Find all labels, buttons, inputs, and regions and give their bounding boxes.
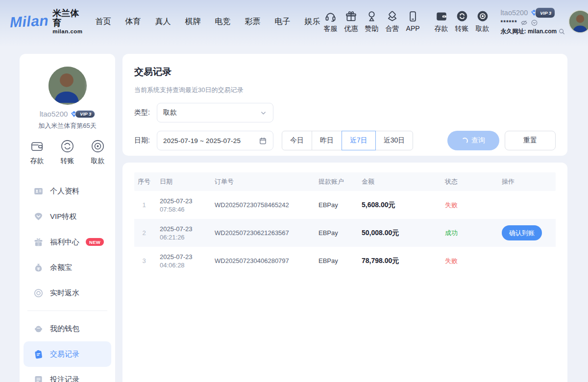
profile-vip-text: VIP 3 (75, 110, 95, 118)
promotions-link[interactable]: 优惠 (341, 10, 362, 33)
table-body: 1 2025-07-23 07:58:46 WD2025072307584652… (134, 191, 556, 275)
row-date: 2025-07-23 04:06:28 (154, 253, 209, 269)
sidebar: ltao5200 VIP 3 加入米兰体育第65天 存款 转账 取款 (20, 54, 115, 382)
sidebar-item-wallet[interactable]: 我的钱包 (24, 316, 111, 341)
page-title: 交易记录 (134, 66, 556, 78)
range-last30days-button[interactable]: 近30日 (375, 131, 414, 150)
sponsorship-link[interactable]: 赞助 (362, 10, 382, 33)
col-date: 日期 (154, 177, 209, 186)
range-today-button[interactable]: 今日 (282, 131, 312, 150)
chevron-down-icon (260, 109, 267, 117)
nav-item-slots[interactable]: 电子 (275, 17, 291, 27)
deposit-icon (29, 139, 45, 154)
transfer-link[interactable]: 转账 (452, 10, 472, 33)
row-withdraw-account: EBPay (313, 257, 356, 264)
trophy-icon (366, 10, 378, 23)
status-text: 成功 (439, 229, 496, 238)
logo-script-text: Milan (9, 13, 49, 30)
row-amount: 50,008.00元 (356, 229, 439, 238)
date-label: 日期: (134, 136, 157, 145)
nav-item-sports[interactable]: 体育 (125, 17, 141, 27)
new-badge: NEW (86, 238, 104, 246)
withdraw-icon (476, 10, 489, 23)
partnership-icon (386, 10, 398, 23)
sidebar-item-bets[interactable]: 投注记录 (24, 367, 111, 382)
header-avatar[interactable] (568, 10, 588, 33)
quick-links: 客服 优惠 赞助 合营 (320, 10, 423, 33)
menu-divider (27, 310, 107, 311)
headset-icon (324, 10, 337, 23)
range-last7days-button[interactable]: 近7日 (342, 131, 376, 150)
col-action: 操作 (496, 177, 556, 186)
sidebar-transfer-button[interactable]: 转账 (60, 139, 75, 166)
profile-avatar-image (49, 67, 85, 103)
row-index: 2 (134, 229, 154, 237)
customer-service-link[interactable]: 客服 (320, 10, 341, 33)
refresh-balance-icon[interactable] (531, 19, 538, 26)
sidebar-deposit-button[interactable]: 存款 (29, 139, 45, 166)
masked-balance-text: ****** (501, 19, 517, 27)
row-withdraw-account: EBPay (313, 201, 356, 209)
nav-item-esports[interactable]: 电竞 (215, 17, 231, 27)
row-order-number: WD202507230758465242 (209, 201, 313, 209)
reset-button[interactable]: 重置 (505, 131, 556, 150)
table-row: 3 2025-07-23 04:06:28 WD2025072304062807… (134, 247, 556, 275)
rebate-icon (33, 288, 44, 298)
deposit-link[interactable]: 存款 (431, 10, 452, 33)
withdraw-icon-link[interactable]: 取款 (472, 10, 493, 33)
type-select[interactable]: 取款 (157, 103, 273, 122)
phone-icon (407, 10, 419, 23)
nav-item-live[interactable]: 真人 (155, 17, 171, 27)
transfer-icon (60, 139, 75, 154)
app-download-link[interactable]: APP (403, 10, 423, 33)
quick-range-group: 今日 昨日 近7日 近30日 (282, 131, 413, 150)
loading-spinner-icon (462, 138, 468, 144)
col-status: 状态 (439, 177, 496, 186)
row-date: 2025-07-23 07:58:46 (154, 197, 209, 213)
date-filter-row: 日期: 2025-07-19 ~ 2025-07-25 今日 昨日 近7日 近3… (134, 131, 556, 150)
header-right: 客服 优惠 赞助 合营 (320, 7, 588, 36)
row-withdraw-account: EBPay (313, 229, 356, 237)
query-button[interactable]: 查询 (447, 131, 499, 150)
wallet-icon (435, 10, 448, 23)
row-date: 2025-07-23 06:21:26 (154, 225, 209, 241)
type-select-value: 取款 (163, 108, 260, 117)
row-index: 1 (134, 201, 154, 209)
profile-avatar[interactable] (49, 67, 87, 105)
nav-item-entertainment[interactable]: 娱乐 (305, 17, 320, 27)
logo-cn-text: 米兰体育 (52, 9, 82, 28)
table-row: 1 2025-07-23 07:58:46 WD2025072307584652… (134, 191, 556, 219)
sidebar-item-rebate[interactable]: 实时返水 (24, 280, 111, 306)
brand-logo[interactable]: Milan 米兰体育 milan.com (10, 9, 83, 34)
table-row: 2 2025-07-23 06:21:26 WD2025072306212635… (134, 219, 556, 247)
sidebar-withdraw-button[interactable]: 取款 (90, 139, 105, 166)
top-header: Milan 米兰体育 milan.com 首页 体育 真人 棋牌 电竞 彩票 电… (0, 0, 588, 47)
id-card-icon (33, 186, 44, 196)
sidebar-item-profile[interactable]: 个人资料 (24, 178, 111, 204)
nav-item-lottery[interactable]: 彩票 (245, 17, 261, 27)
gift-icon (345, 10, 357, 23)
sidebar-item-vip[interactable]: VIP特权 (24, 204, 111, 229)
sidebar-item-benefits[interactable]: 福利中心 NEW (24, 229, 111, 255)
profile-vip-badge[interactable]: VIP 3 (70, 110, 95, 118)
membership-days-text: 加入米兰体育第65天 (20, 121, 115, 130)
row-amount: 78,798.00元 (356, 257, 439, 265)
money-bag-icon (33, 263, 44, 273)
confirm-arrival-button[interactable]: 确认到账 (502, 225, 542, 240)
search-icon[interactable] (558, 28, 565, 35)
date-range-input[interactable]: 2025-07-19 ~ 2025-07-25 (157, 131, 273, 150)
sidebar-item-yuebao[interactable]: 余额宝 (24, 255, 111, 280)
withdraw-icon (90, 139, 105, 154)
row-amount: 5,608.00元 (356, 201, 439, 210)
type-label: 类型: (134, 108, 157, 117)
type-filter-row: 类型: 取款 (134, 103, 556, 122)
vip-badge[interactable]: VIP 3 (530, 7, 555, 18)
page-subtitle: 当前系统支持查询最近30日的交易记录 (134, 86, 556, 95)
sidebar-item-transactions[interactable]: 交易记录 (24, 341, 111, 367)
nav-item-home[interactable]: 首页 (96, 17, 111, 27)
partnership-link[interactable]: 合营 (382, 10, 403, 33)
col-index: 序号 (134, 177, 154, 186)
range-yesterday-button[interactable]: 昨日 (312, 131, 342, 150)
eye-off-icon[interactable] (520, 19, 528, 26)
nav-item-chess[interactable]: 棋牌 (185, 17, 201, 27)
